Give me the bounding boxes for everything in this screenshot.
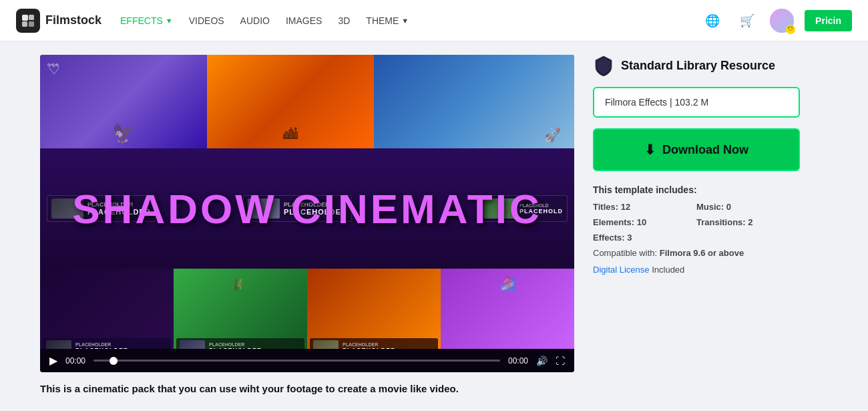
progress-thumb <box>110 357 118 365</box>
ph-img-dark <box>46 340 71 349</box>
file-info-box: Filmora Effects | 103.2 M <box>593 87 800 118</box>
info-grid: Titles: 12 Music: 0 Elements: 10 Transit… <box>593 202 800 243</box>
total-time: 00:00 <box>508 356 528 366</box>
nav-item-effects[interactable]: EFFECTS ▼ <box>120 15 173 26</box>
logo[interactable]: Filmstock <box>16 9 101 33</box>
nav-item-audio-label: AUDIO <box>240 15 270 26</box>
transitions-label: Transitions: <box>696 217 746 227</box>
svg-rect-3 <box>29 21 34 27</box>
video-cell-orange: 🏙 <box>207 55 374 148</box>
nav-item-images[interactable]: IMAGES <box>286 15 322 26</box>
titles-value: 12 <box>621 202 630 212</box>
ph-card-green: PLACEHOLDERPLACEHOLDER <box>176 338 304 349</box>
avatar[interactable]: 🛡 <box>770 9 794 33</box>
ph-img-sunset <box>313 340 339 349</box>
video-thumbnail: 🦅 ◆◆◆ 🏙 🚀 PLACEH <box>40 55 574 349</box>
svg-rect-0 <box>22 15 28 21</box>
video-caption: This is a cinematic pack that you can us… <box>40 382 574 396</box>
svg-rect-2 <box>22 21 27 27</box>
license-info: Digital License Included <box>593 265 800 275</box>
right-panel: Standard Library Resource Filmora Effect… <box>593 55 800 396</box>
chevron-down-icon-theme: ▼ <box>401 17 409 25</box>
logo-text: Filmstock <box>45 13 101 27</box>
video-controls: ▶ 00:00 00:00 🔊 ⛶ <box>40 349 574 372</box>
video-cell-dark: PLACEHOLDERPLACEHOLDER <box>40 269 174 349</box>
download-button[interactable]: ⬇ Download Now <box>593 128 800 171</box>
video-row-1: 🦅 ◆◆◆ 🏙 🚀 <box>40 55 574 148</box>
video-cell-sunset: PLACEHOLDERPLACEHOLDER <box>307 269 441 349</box>
license-suffix: Included <box>652 265 684 275</box>
elements-item: Elements: 10 <box>593 217 696 227</box>
video-section: 🦅 ◆◆◆ 🏙 🚀 PLACEH <box>40 55 574 396</box>
logo-icon <box>16 9 40 33</box>
progress-bar[interactable] <box>93 360 500 362</box>
video-cell-blue: 🚀 <box>374 55 574 148</box>
resource-badge: Standard Library Resource <box>593 55 800 76</box>
pricing-button[interactable]: Pricin <box>805 10 852 31</box>
elements-label: Elements: <box>593 217 634 227</box>
nav-links: EFFECTS ▼ VIDEOS AUDIO IMAGES 3D THEME ▼ <box>120 15 682 26</box>
chevron-down-icon: ▼ <box>166 17 173 25</box>
nav-item-images-label: IMAGES <box>286 15 322 26</box>
ph-card-sunset: PLACEHOLDERPLACEHOLDER <box>310 338 438 349</box>
music-value: 0 <box>726 202 731 212</box>
nav-item-theme[interactable]: THEME ▼ <box>366 15 409 26</box>
titles-item: Titles: 12 <box>593 202 696 212</box>
current-time: 00:00 <box>65 356 85 366</box>
navbar: Filmstock EFFECTS ▼ VIDEOS AUDIO IMAGES … <box>0 0 868 41</box>
favorite-icon[interactable]: ♡ <box>48 61 60 78</box>
template-includes-title: This template includes: <box>593 184 800 195</box>
video-cell-green: PLACEHOLDERPLACEHOLDER 🧗 <box>174 269 307 349</box>
svg-rect-1 <box>29 15 34 20</box>
nav-right: 🌐 🛒 🛡 Pricin <box>700 9 852 33</box>
effects-item: Effects: 3 <box>593 233 696 243</box>
ph-img-green <box>180 340 205 349</box>
compatible-item: Compatible with: Filmora 9.6 or above <box>593 248 800 258</box>
video-container: 🦅 ◆◆◆ 🏙 🚀 PLACEH <box>40 55 574 372</box>
music-label: Music: <box>696 202 724 212</box>
transitions-item: Transitions: 2 <box>696 217 800 227</box>
nav-item-videos-label: VIDEOS <box>189 15 224 26</box>
download-label: Download Now <box>662 143 748 157</box>
compatible-label: Compatible with: <box>593 248 657 258</box>
nav-item-3d-label: 3D <box>338 15 350 26</box>
download-arrow-icon: ⬇ <box>644 142 656 158</box>
ph-card-dark: PLACEHOLDERPLACEHOLDER <box>43 338 171 349</box>
video-cell-purple: 🦅 ◆◆◆ <box>40 55 207 148</box>
transitions-value: 2 <box>748 217 752 227</box>
template-info: This template includes: Titles: 12 Music… <box>593 184 800 275</box>
main-content: 🦅 ◆◆◆ 🏙 🚀 PLACEH <box>0 41 868 409</box>
volume-icon[interactable]: 🔊 <box>536 356 548 366</box>
nav-item-theme-label: THEME <box>366 15 399 26</box>
effects-label: Effects: <box>593 233 625 243</box>
resource-title: Standard Library Resource <box>621 59 775 73</box>
digital-license-link[interactable]: Digital License <box>593 265 650 275</box>
video-cell-purple2: 🏄 <box>441 269 574 349</box>
video-title: SHADOW CINEMATIC <box>72 185 541 233</box>
shield-icon <box>593 55 614 76</box>
play-button[interactable]: ▶ <box>49 354 57 367</box>
titles-label: Titles: <box>593 202 618 212</box>
video-row-3: PLACEHOLDERPLACEHOLDER PLACEHOLDERPLACEH… <box>40 269 574 349</box>
nav-item-audio[interactable]: AUDIO <box>240 15 270 26</box>
nav-item-videos[interactable]: VIDEOS <box>189 15 224 26</box>
cart-icon-button[interactable]: 🛒 <box>735 9 759 33</box>
nav-item-3d[interactable]: 3D <box>338 15 350 26</box>
compatible-value: Filmora 9.6 or above <box>660 248 744 258</box>
avatar-badge: 🛡 <box>786 25 795 34</box>
fullscreen-icon[interactable]: ⛶ <box>556 356 565 366</box>
effects-value: 3 <box>627 233 632 243</box>
file-info-text: Filmora Effects | 103.2 M <box>605 97 708 108</box>
globe-icon-button[interactable]: 🌐 <box>700 9 724 33</box>
video-row-2: PLACEHOLDER PLACEHOLDER PLACEHOLDER PLAC… <box>40 148 574 269</box>
music-item: Music: 0 <box>696 202 800 212</box>
nav-item-effects-label: EFFECTS <box>120 15 163 26</box>
elements-value: 10 <box>637 217 646 227</box>
